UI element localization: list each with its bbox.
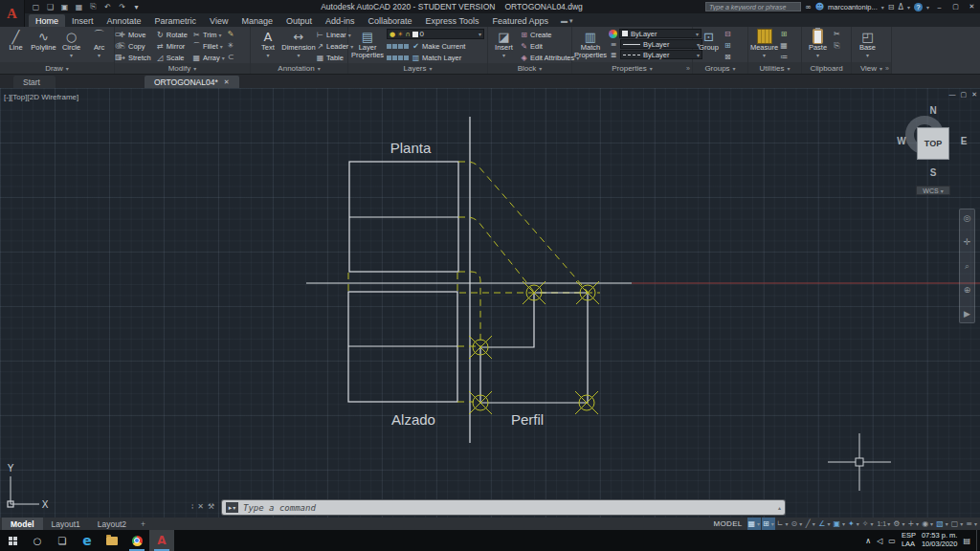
command-recent-icon[interactable]: ▸▾ — [226, 502, 238, 513]
layer-tool-match-layer[interactable]: ▥ Match Layer — [387, 52, 484, 63]
ribbon-tab-output[interactable]: Output — [279, 14, 319, 27]
file-tab-ortogonal04-[interactable]: ORTOGONAL04* ✕ — [145, 76, 239, 88]
color-wheel-icon[interactable] — [609, 30, 617, 38]
ribbon-display-toggle-icon[interactable]: ▬ ▾ — [561, 17, 572, 25]
ribbon-button-dimension[interactable]: ↔ Dimension ▾ — [284, 29, 313, 58]
help-menu-arrow[interactable]: ▾ — [926, 4, 929, 11]
lineweight-select[interactable]: ByLayer ▾ — [620, 39, 702, 49]
ribbon-button-text[interactable]: A Text ▾ — [254, 29, 282, 58]
erase-icon-erase[interactable]: ✎ — [228, 30, 234, 38]
group-mini3-icon-group-mini3[interactable]: ⊠ — [724, 53, 731, 61]
status-toggle-osnap[interactable]: ▣ ▾ — [832, 518, 846, 530]
status-toggle-isolate[interactable]: ◉ ▾ — [921, 518, 934, 530]
viewcube-south[interactable]: S — [927, 167, 939, 178]
status-toggle-clean-screen[interactable]: ▢ ▾ — [950, 518, 965, 530]
file-tab-start[interactable]: Start — [13, 76, 56, 88]
layout-tab-model[interactable]: Model — [2, 518, 43, 530]
object-color-select[interactable]: ByLayer ▾ — [619, 29, 702, 38]
close-button[interactable]: ✕ — [966, 1, 978, 12]
show-motion-icon[interactable]: ▶ — [964, 309, 970, 319]
status-toggle-customize[interactable]: ≡ ▾ — [965, 518, 978, 530]
save-icon-save[interactable]: ▣ — [59, 2, 70, 12]
ribbon-button-polyline[interactable]: ∿ Polyline ▾ — [31, 29, 56, 52]
layer-select[interactable]: ● ☀ ∩ 0 ▾ — [387, 29, 484, 39]
ribbon-tab-home[interactable]: Home — [29, 14, 65, 27]
taskbar-item-edge[interactable]: e — [75, 530, 100, 551]
viewcube-west[interactable]: W — [896, 136, 907, 146]
pan-icon[interactable]: ✛ — [964, 237, 971, 247]
save-as-icon-save-as[interactable]: ▦ — [74, 2, 84, 12]
ribbon-button-create-block[interactable]: ⊞ Create ▾ — [520, 29, 579, 40]
panel-label-layers[interactable]: Layers▾ — [348, 63, 487, 74]
ribbon-tab-manage[interactable]: Manage — [234, 14, 279, 27]
command-line[interactable]: ▸▾ Type a command ▴ — [222, 500, 785, 515]
command-expand-icon[interactable]: ▴ — [778, 504, 781, 511]
action-center-icon[interactable]: ▤ — [963, 537, 970, 545]
ribbon-button-match-props[interactable]: ▥ Match Properties ▾ — [575, 29, 606, 59]
help-icon[interactable]: ? — [914, 3, 923, 11]
status-toggle-otrack[interactable]: ∠ ▾ — [817, 518, 831, 530]
status-toggle-polar[interactable]: ⊙ ▾ — [791, 518, 804, 530]
autocad-app-menu[interactable]: A — [0, 0, 25, 27]
ribbon-tab-insert[interactable]: Insert — [65, 14, 100, 27]
ribbon-tab-annotate[interactable]: Annotate — [100, 14, 148, 27]
panel-label-annotation[interactable]: Annotation▾ — [251, 63, 347, 74]
taskbar-item-start[interactable] — [0, 530, 25, 551]
ribbon-button-mirror[interactable]: ⇄ Mirror ▾ — [156, 40, 188, 52]
restore-button[interactable]: ▢ — [949, 1, 962, 12]
taskbar-item-task-view[interactable]: ❏ — [50, 530, 75, 551]
network-icon[interactable]: ▭ — [888, 537, 896, 545]
viewport-controls-label[interactable]: [-][Top][2D Wireframe] — [4, 93, 78, 101]
ribbon-button-insert-block[interactable]: ◪ Insert ▾ — [491, 29, 517, 58]
status-toggle-snap[interactable]: ⊞ ▾ — [762, 518, 775, 530]
ribbon-tab-view[interactable]: View — [203, 14, 234, 27]
status-toggle-graphics-performance[interactable]: ▧ ▾ — [935, 518, 949, 530]
ribbon-button-move[interactable]: ✛ Move ▾ — [118, 29, 151, 40]
ribbon-button-arc[interactable]: ⌒ Arc ▾ — [86, 29, 112, 58]
taskbar-item-file-explorer[interactable] — [100, 530, 124, 551]
layer-select-arrow[interactable]: ▾ — [479, 31, 481, 37]
status-toggle-autoscale[interactable]: ✧ ▾ — [861, 518, 875, 530]
status-toggle-workspace[interactable]: ⚙ ▾ — [892, 518, 905, 530]
qat-overflow-icon-qat-overflow[interactable]: ▾ — [131, 2, 142, 12]
command-close-icon[interactable]: ✕ — [197, 502, 204, 511]
autodesk-icon[interactable]: Δ — [898, 3, 902, 11]
ribbon-button-trim[interactable]: ✂ Trim ▾ — [192, 29, 225, 40]
ribbon-button-fillet[interactable]: ⌒ Fillet ▾ — [192, 40, 225, 52]
language-indicator[interactable]: ESPLAA — [902, 532, 916, 548]
group-mini2-icon-group-mini2[interactable]: ⊞ — [724, 41, 731, 50]
calculator-icon-calculator[interactable]: ▦ — [780, 41, 788, 50]
ribbon-button-line[interactable]: ╱ Line ▾ — [3, 29, 29, 52]
copy-clip-icon-copy-clip[interactable]: ⎘ — [834, 41, 840, 50]
status-toggle-grid[interactable]: ▦ ▾ — [747, 518, 762, 530]
ribbon-button-circle[interactable]: ○ Circle ▾ — [58, 29, 84, 58]
layer-tool-make-current[interactable]: ✔ Make Current — [387, 40, 484, 52]
ribbon-button-scale[interactable]: ◿ Scale ▾ — [156, 52, 188, 63]
doc-restore-button[interactable]: ▢ — [961, 91, 968, 99]
ribbon-button-layer-properties[interactable]: ▤ Layer Properties ▾ — [351, 29, 384, 59]
group-mini1-icon-group-mini1[interactable]: ⊟ — [724, 30, 731, 38]
new-icon-new[interactable]: ▢ — [31, 2, 41, 12]
ribbon-tab-express-tools[interactable]: Express Tools — [419, 14, 486, 27]
doc-minimize-button[interactable]: — — [949, 91, 956, 99]
linetype-select[interactable]: ByLayer ▾ — [620, 50, 702, 59]
list-tool-icon-list-tool[interactable]: ≔ — [780, 53, 788, 61]
model-space-indicator[interactable]: MODEL — [714, 519, 743, 528]
ribbon-button-stretch[interactable]: ↦ Stretch ▾ — [118, 52, 151, 63]
layout-tab-layout2[interactable]: Layout2 — [89, 518, 135, 530]
show-desktop-button[interactable] — [976, 530, 980, 551]
command-input[interactable]: Type a command — [243, 503, 773, 513]
quick-select-icon-quick-select[interactable]: ⊞ — [780, 30, 788, 38]
open-icon-open[interactable]: ❏ — [45, 2, 56, 12]
zoom-extents-icon[interactable]: ⌕ — [965, 261, 969, 272]
ribbon-button-group[interactable]: ⊡ Group ▾ — [696, 29, 722, 52]
ribbon-button-copy[interactable]: ⎘ Copy ▾ — [118, 40, 151, 52]
cut-icon-cut[interactable]: ✂ — [834, 30, 840, 38]
minimize-button[interactable]: – — [933, 1, 946, 12]
hidden-icons-chevron[interactable]: ∧ — [865, 537, 871, 545]
autodesk-menu-arrow[interactable]: ▾ — [907, 4, 910, 11]
close-tab-icon[interactable]: ✕ — [224, 78, 230, 86]
layout-tab-layout1[interactable]: Layout1 — [43, 518, 89, 530]
ribbon-tab-parametric[interactable]: Parametric — [148, 14, 204, 27]
taskbar-item-autocad[interactable]: A — [149, 530, 174, 551]
